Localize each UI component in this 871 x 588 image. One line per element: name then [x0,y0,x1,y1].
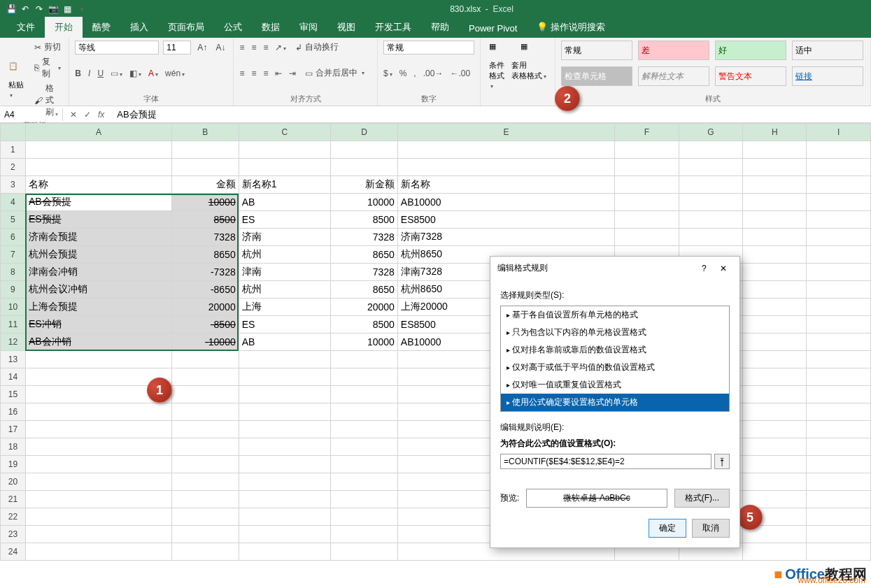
cell-D9[interactable]: 8650 [331,281,398,299]
tab-插入[interactable]: 插入 [120,17,158,38]
cell-B13[interactable] [172,351,239,368]
cell-style-7[interactable]: 链接 [792,66,863,86]
cell-E2[interactable] [397,159,614,176]
orientation-icon[interactable]: ↗ [275,43,286,52]
row-header-9[interactable]: 9 [1,281,26,299]
decrease-decimal-icon[interactable]: ←.00 [450,69,470,78]
rule-formula-input[interactable] [500,454,711,469]
redo-icon[interactable]: ↷ [34,3,45,15]
rule-type-option-5[interactable]: 使用公式确定要设置格式的单元格 [501,394,729,411]
cell-C22[interactable] [239,508,330,526]
cell-H17[interactable] [743,421,807,438]
decrease-font-icon[interactable]: A↓ [213,42,227,53]
cell-C9[interactable]: 杭州 [239,281,330,299]
tab-帮助[interactable]: 帮助 [421,17,459,38]
col-header-A[interactable]: A [25,124,171,141]
cell-B22[interactable] [172,508,239,526]
cell-H7[interactable] [743,246,807,264]
border-button[interactable]: ▭ [111,69,122,78]
cell-A22[interactable] [25,508,171,526]
phonetic-button[interactable]: wén [165,69,185,78]
cell-C11[interactable]: ES [239,316,330,334]
row-header-18[interactable]: 18 [1,438,26,456]
cell-I3[interactable] [807,176,871,194]
cell-B15[interactable] [172,386,239,403]
align-middle-icon[interactable]: ≡ [251,43,256,52]
cell-I23[interactable] [807,526,871,543]
cell-A12[interactable]: AB会冲销 [25,334,171,351]
cell-F3[interactable] [615,176,679,194]
cell-I22[interactable] [807,508,871,526]
cell-G6[interactable] [679,229,742,246]
cell-B11[interactable]: -8500 [172,316,239,334]
cell-C6[interactable]: 济南 [239,229,330,246]
cell-style-2[interactable]: 好 [715,41,786,60]
cell-F1[interactable] [615,141,679,159]
comma-icon[interactable]: , [413,69,416,78]
row-header-7[interactable]: 7 [1,246,26,264]
cell-C7[interactable]: 杭州 [239,246,330,264]
align-top-icon[interactable]: ≡ [239,43,244,52]
rule-type-option-1[interactable]: 只为包含以下内容的单元格设置格式 [501,324,729,341]
cell-D14[interactable] [331,368,398,386]
tab-公式[interactable]: 公式 [214,17,252,38]
cell-style-6[interactable]: 警告文本 [715,66,786,86]
cell-B10[interactable]: 20000 [172,299,239,316]
cell-F5[interactable] [615,211,679,229]
cell-C10[interactable]: 上海 [239,299,330,316]
cell-D8[interactable]: 7328 [331,264,398,281]
cell-A8[interactable]: 津南会冲销 [25,264,171,281]
row-header-20[interactable]: 20 [1,473,26,491]
row-header-23[interactable]: 23 [1,526,26,543]
cell-F6[interactable] [615,229,679,246]
cell-B9[interactable]: -8650 [172,281,239,299]
cell-B3[interactable]: 金额 [172,176,239,194]
cell-C21[interactable] [239,491,330,508]
cell-B2[interactable] [172,159,239,176]
cell-D1[interactable] [331,141,398,159]
accounting-icon[interactable]: $ [383,69,392,78]
cell-I6[interactable] [807,229,871,246]
format-as-table-button[interactable]: ▦套用 表格格式 [509,41,549,83]
col-header-I[interactable]: I [807,124,871,141]
cell-C16[interactable] [239,403,330,421]
cell-E1[interactable] [397,141,614,159]
cell-C19[interactable] [239,456,330,473]
rule-type-option-4[interactable]: 仅对唯一值或重复值设置格式 [501,376,729,394]
cell-I2[interactable] [807,159,871,176]
wrap-text-button[interactable]: ↲ 自动换行 [293,41,341,54]
undo-icon[interactable]: ↶ [20,3,31,15]
col-header-B[interactable]: B [172,124,239,141]
row-header-22[interactable]: 22 [1,508,26,526]
cell-B14[interactable] [172,368,239,386]
format-button[interactable]: 格式(F)... [674,489,730,508]
align-bottom-icon[interactable]: ≡ [263,43,268,52]
cell-G5[interactable] [679,211,742,229]
tab-数据[interactable]: 数据 [252,17,290,38]
cell-C12[interactable]: AB [239,334,330,351]
cell-B12[interactable]: -10000 [172,334,239,351]
cell-A6[interactable]: 济南会预提 [25,229,171,246]
cell-G2[interactable] [679,159,742,176]
cell-A24[interactable] [25,543,171,561]
cell-I18[interactable] [807,438,871,456]
row-header-10[interactable]: 10 [1,299,26,316]
row-header-8[interactable]: 8 [1,264,26,281]
fill-color-button[interactable]: ◧ [129,69,141,78]
italic-button[interactable]: I [88,69,90,78]
row-header-17[interactable]: 17 [1,421,26,438]
indent-dec-icon[interactable]: ⇤ [275,69,282,78]
cell-G4[interactable] [679,194,742,211]
cell-I5[interactable] [807,211,871,229]
cell-H16[interactable] [743,403,807,421]
cell-I24[interactable] [807,543,871,561]
cell-H10[interactable] [743,299,807,316]
cell-D4[interactable]: 10000 [331,194,398,211]
cell-B20[interactable] [172,473,239,491]
cell-D20[interactable] [331,473,398,491]
row-header-19[interactable]: 19 [1,456,26,473]
tab-开始[interactable]: 开始 [45,17,83,38]
increase-font-icon[interactable]: A↑ [195,42,209,53]
align-center-icon[interactable]: ≡ [251,69,256,78]
cell-C17[interactable] [239,421,330,438]
